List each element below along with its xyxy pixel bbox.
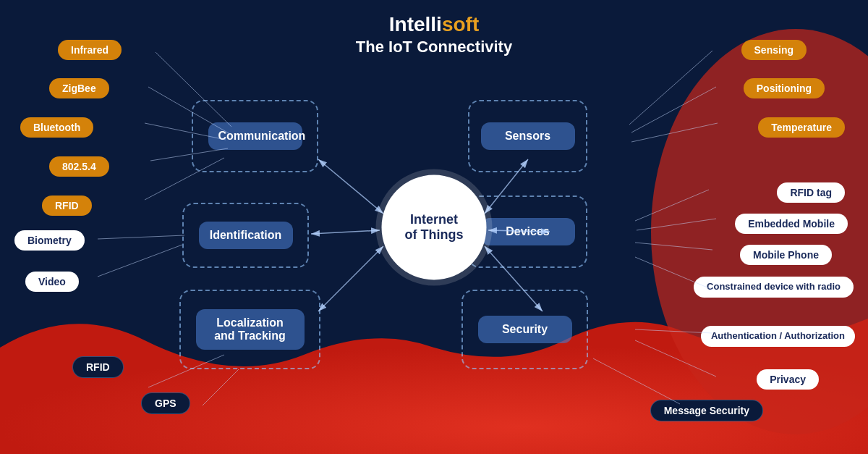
box-identification: Identification	[182, 203, 309, 268]
logo-intelli: Intelli	[389, 13, 442, 35]
page-title: The IoT Connectivity	[0, 38, 868, 56]
tag-bluetooth: Bluetooth	[20, 117, 93, 138]
tag-rfid-tag: RFID tag	[777, 182, 845, 203]
localization-label: Localization and Tracking	[196, 309, 305, 350]
box-localization: Localization and Tracking	[179, 290, 320, 369]
tag-video: Video	[25, 272, 79, 292]
tag-zigbee: ZigBee	[49, 78, 109, 98]
box-sensors: Sensors	[468, 100, 587, 172]
tag-embedded-mobile: Embedded Mobile	[735, 214, 848, 234]
box-communication: Communication	[192, 100, 318, 172]
tag-rfid-bottom: RFID	[72, 356, 124, 378]
svg-line-14	[98, 235, 184, 239]
header: Intellisoft The IoT Connectivity	[0, 0, 868, 56]
devices-label: Devices	[481, 218, 575, 245]
tag-temperature: Temperature	[758, 117, 845, 138]
svg-line-4	[311, 230, 380, 234]
tag-privacy: Privacy	[757, 369, 819, 390]
svg-line-26	[635, 340, 716, 377]
tag-gps: GPS	[141, 392, 190, 414]
svg-line-27	[593, 358, 680, 404]
security-label: Security	[478, 316, 572, 343]
center-line2: of Things	[405, 227, 464, 243]
svg-line-19	[631, 87, 716, 133]
tag-constrained: Constrained device with radio	[694, 277, 854, 298]
svg-line-5	[318, 246, 383, 311]
center-circle: Internet of Things	[382, 175, 487, 279]
communication-label: Communication	[208, 122, 302, 150]
svg-line-22	[637, 219, 716, 230]
tag-sensing: Sensing	[741, 40, 807, 60]
svg-line-21	[635, 190, 709, 221]
svg-line-23	[635, 243, 712, 250]
logo-soft: soft	[442, 13, 479, 35]
tag-auth: Authentication / Authorization	[701, 326, 855, 347]
sensors-label: Sensors	[481, 122, 575, 150]
identification-label: Identification	[199, 222, 293, 249]
tag-infrared: Infrared	[58, 40, 122, 60]
svg-line-17	[203, 369, 239, 405]
tag-rfid: RFID	[42, 196, 92, 216]
svg-line-15	[98, 245, 182, 277]
box-security: Security	[461, 290, 588, 369]
tag-biometry: Biometry	[14, 230, 85, 251]
tag-positioning: Positioning	[744, 78, 825, 98]
logo: Intellisoft	[0, 13, 868, 36]
svg-line-3	[318, 159, 383, 214]
tag-message-security: Message Security	[650, 400, 763, 421]
center-line1: Internet	[405, 212, 464, 227]
tag-mobile-phone: Mobile Phone	[740, 245, 832, 265]
tag-802: 802.5.4	[49, 156, 109, 177]
svg-line-18	[629, 51, 712, 125]
svg-line-20	[631, 123, 718, 142]
